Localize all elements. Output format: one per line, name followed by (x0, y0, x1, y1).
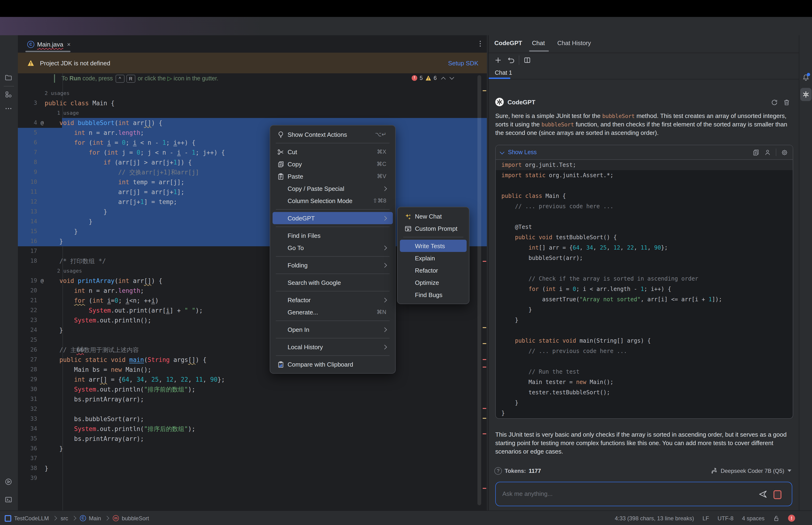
code-text[interactable]: 1 usage (45, 108, 487, 118)
code-line[interactable]: 7 for (int j = 0; j < n - i - 1; j++) { (18, 148, 487, 158)
code-text[interactable]: Main bs = new Main(); (45, 365, 487, 375)
code-text[interactable]: public class Main { (45, 98, 487, 108)
copy-icon[interactable] (752, 149, 760, 156)
line-number[interactable]: 5 (18, 128, 45, 138)
line-number[interactable]: 26 (18, 345, 45, 355)
settings-icon[interactable] (781, 149, 788, 156)
inlay-hint[interactable]: 1 usage (18, 108, 487, 118)
question-circle-icon[interactable]: ? (494, 467, 502, 475)
run-tool-window-icon[interactable] (5, 478, 12, 485)
editor-options-icon[interactable] (476, 40, 484, 47)
code-line[interactable]: 38} (18, 463, 487, 473)
terminal-icon[interactable] (5, 496, 12, 504)
code-line[interactable]: 39 (18, 473, 487, 483)
code-line[interactable]: 23 System.out.println(); (18, 315, 487, 325)
code-text[interactable] (45, 335, 487, 345)
gutter-annotation-icon[interactable]: @ (41, 276, 44, 286)
code-text[interactable]: arr[j] = arr[j+1]; (45, 187, 487, 197)
code-block-body[interactable]: import org.junit.Test;import static org.… (496, 160, 793, 418)
code-text[interactable]: // 交换arr[j+1]和arr[j] (45, 167, 487, 177)
submenu-item-find-bugs[interactable]: Find Bugs (400, 289, 466, 301)
breadcrumb-item[interactable]: src (61, 515, 68, 522)
line-number[interactable]: 33 (18, 414, 45, 424)
line-number[interactable]: 31 (18, 394, 45, 404)
line-number[interactable]: 36 (18, 444, 45, 453)
submenu-item-custom-prompt[interactable]: Custom Prompt (400, 222, 466, 235)
code-text[interactable]: 2 usages (45, 88, 487, 98)
code-line[interactable]: 11 arr[j] = arr[j+1]; (18, 187, 487, 197)
menu-item-copy[interactable]: Copy⌘C (273, 158, 393, 170)
line-number[interactable]: 13 (18, 207, 45, 217)
code-line[interactable]: 36 } (18, 444, 487, 453)
gutter-annotation-icon[interactable]: @ (41, 118, 44, 128)
line-number[interactable]: 30 (18, 385, 45, 394)
code-line[interactable]: 22 System.out.print(arr[i] + " "); (18, 305, 487, 315)
line-number[interactable]: 18 (18, 256, 45, 266)
line-number[interactable]: 27 (18, 355, 45, 365)
close-tab-icon[interactable]: × (67, 41, 71, 48)
line-separator[interactable]: LF (703, 515, 709, 522)
line-number[interactable]: 39 (18, 473, 45, 483)
chat-session-tab[interactable]: Chat 1 (495, 70, 512, 76)
menu-item-copy-paste-special[interactable]: Copy / Paste Special (273, 182, 393, 195)
menu-item-generate[interactable]: Generate...⌘N (273, 306, 393, 318)
code-text[interactable]: arr[j+1] = temp; (45, 197, 487, 207)
caret-position[interactable]: 4:33 (398 chars, 13 line breaks) (615, 515, 694, 522)
code-text[interactable]: for (int j = 0; j < n - i - 1; j++) { (45, 148, 487, 158)
code-line[interactable]: 24 } (18, 325, 487, 335)
line-number[interactable]: 25 (18, 335, 45, 345)
code-line[interactable]: 27 public static void main(String args[]… (18, 355, 487, 365)
menu-item-local-history[interactable]: Local History (273, 341, 393, 353)
line-number[interactable]: 3 (18, 98, 45, 108)
add-icon[interactable] (494, 56, 502, 64)
code-text[interactable] (45, 473, 487, 483)
submenu-item-write-tests[interactable]: Write Tests (400, 240, 466, 252)
code-text[interactable]: System.out.println("排序后的数组"); (45, 424, 487, 434)
code-text[interactable] (45, 453, 487, 463)
tab-chat[interactable]: Chat (532, 40, 545, 46)
code-line[interactable]: 31 bs.printArray(arr); (18, 394, 487, 404)
line-number[interactable]: 21 (18, 296, 45, 305)
menu-item-compare-with-clipboard[interactable]: Compare with Clipboard (273, 358, 393, 370)
refresh-icon[interactable] (771, 99, 778, 106)
code-line[interactable]: 26 // 主��数用于测试上述内容 (18, 345, 487, 355)
menu-item-codegpt[interactable]: CodeGPT (273, 212, 393, 224)
code-line[interactable]: 6 for (int i = 0; i < n - 1; i++) { (18, 138, 487, 148)
menu-item-refactor[interactable]: Refactor (273, 294, 393, 306)
menu-item-search-with-google[interactable]: Search with Google (273, 276, 393, 289)
chat-input[interactable]: Ask me anything... (495, 482, 792, 506)
code-line[interactable]: 33 bs.bubbleSort(arr); (18, 414, 487, 424)
code-text[interactable]: bs.bubbleSort(arr); (45, 414, 487, 424)
stripe-mark[interactable] (482, 366, 486, 368)
menu-item-find-in-files[interactable]: Find in Files (273, 229, 393, 242)
code-text[interactable] (45, 404, 487, 414)
setup-sdk-link[interactable]: Setup SDK (448, 59, 478, 66)
code-line[interactable]: 12 arr[j+1] = temp; (18, 197, 487, 207)
code-line[interactable]: 34 System.out.println("排序后的数组"); (18, 424, 487, 434)
unlock-icon[interactable] (773, 515, 780, 522)
code-text[interactable]: public static void main(String args[]) { (45, 355, 487, 365)
menu-item-folding[interactable]: Folding (273, 259, 393, 271)
code-text[interactable]: } (45, 463, 487, 473)
code-line[interactable]: 30 System.out.println("排序前的数组"); (18, 385, 487, 394)
line-number[interactable] (18, 88, 45, 98)
menu-item-show-context-actions[interactable]: Show Context Actions⌥↵ (273, 128, 393, 140)
line-number[interactable]: 16 (18, 236, 45, 246)
inspections-widget[interactable]: ! 5 6 (412, 75, 454, 81)
code-line[interactable]: 29 int arr[] = {64, 34, 25, 12, 22, 11, … (18, 375, 487, 385)
line-number[interactable]: 10 (18, 177, 45, 187)
code-text[interactable]: for (int i = 0; i < n - 1; i++) { (45, 138, 487, 148)
line-number[interactable]: 32 (18, 404, 45, 414)
code-text[interactable]: } (45, 444, 487, 453)
line-number[interactable]: 11 (18, 187, 45, 197)
send-icon[interactable] (759, 490, 767, 499)
tool-window-title[interactable]: CodeGPT (494, 40, 522, 46)
code-text[interactable]: System.out.println(); (45, 315, 487, 325)
prev-problem-icon[interactable] (441, 77, 446, 81)
code-text[interactable]: void bubbleSort(int arr[]) { (45, 118, 487, 128)
stripe-mark[interactable] (482, 327, 486, 328)
breadcrumb-item[interactable]: bubbleSort (122, 515, 149, 522)
editor-scrollbar[interactable] (477, 75, 481, 505)
line-number[interactable] (18, 266, 45, 276)
undo-icon[interactable] (507, 56, 515, 64)
